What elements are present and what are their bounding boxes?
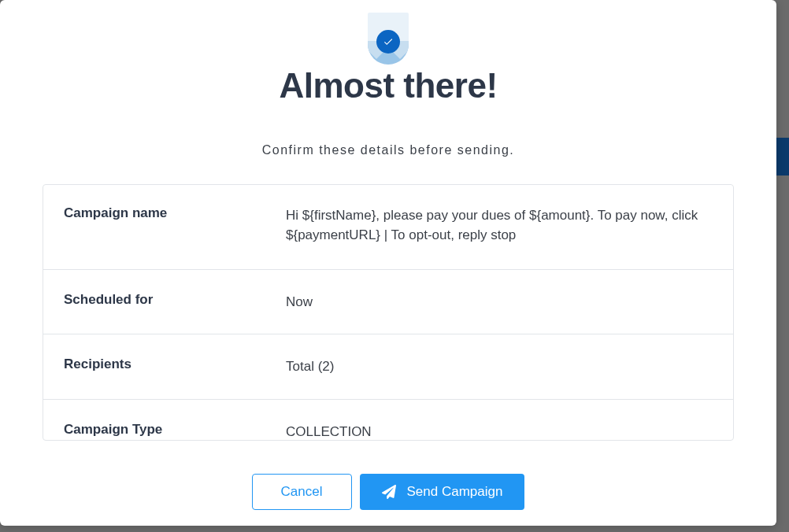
modal-title: Almost there! <box>279 66 497 105</box>
scheduled-for-value: Now <box>286 270 333 334</box>
confirmation-modal: Almost there! Confirm these details befo… <box>0 0 776 526</box>
background-accent <box>776 138 789 175</box>
campaign-name-label: Campaign name <box>43 185 286 269</box>
envelope-check-icon <box>368 13 409 65</box>
send-campaign-button[interactable]: Send Campaign <box>360 474 525 510</box>
modal-subtitle: Confirm these details before sending. <box>262 143 515 157</box>
table-row: Recipients Total (2) <box>43 334 733 400</box>
campaign-name-value: Hi ${firstName}, please pay your dues of… <box>286 185 733 269</box>
scheduled-for-label: Scheduled for <box>43 270 286 334</box>
table-row: Campaign name Hi ${firstName}, please pa… <box>43 185 733 270</box>
table-row: Campaign Type COLLECTION <box>43 400 733 441</box>
campaign-type-value: COLLECTION <box>286 400 392 441</box>
recipients-label: Recipients <box>43 334 286 399</box>
cancel-button[interactable]: Cancel <box>252 474 352 510</box>
campaign-type-label: Campaign Type <box>43 400 286 441</box>
recipients-value: Total (2) <box>286 334 354 399</box>
send-campaign-label: Send Campaign <box>407 484 503 500</box>
details-table: Campaign name Hi ${firstName}, please pa… <box>43 184 734 441</box>
table-row: Scheduled for Now <box>43 270 733 335</box>
modal-actions: Cancel Send Campaign <box>252 474 525 510</box>
paper-plane-icon <box>382 485 396 499</box>
